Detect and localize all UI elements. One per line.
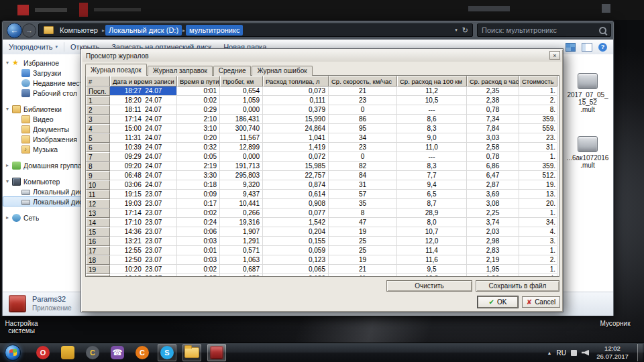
table-cell[interactable]: 3,69 xyxy=(467,190,519,199)
table-cell[interactable]: 12:55 23.07 xyxy=(110,246,177,255)
table-cell[interactable]: 03:06 24.07 xyxy=(110,180,177,190)
table-cell[interactable]: 3:30 xyxy=(177,171,220,180)
table-cell[interactable]: 1,063 xyxy=(220,255,263,265)
table-cell[interactable]: 2,38 xyxy=(467,96,519,105)
table-cell[interactable]: 0:02 xyxy=(177,96,220,105)
table-cell[interactable]: 0,654 xyxy=(220,86,263,96)
table-cell[interactable]: 19 xyxy=(329,227,397,237)
table-cell[interactable]: 11,567 xyxy=(220,133,263,143)
table-cell[interactable]: 18:20 24.07 xyxy=(110,96,177,105)
table-cell[interactable]: 9,4 xyxy=(397,180,467,190)
row-header[interactable]: 20 xyxy=(86,274,110,277)
start-button[interactable] xyxy=(5,345,21,361)
table-cell[interactable]: 0,059 xyxy=(263,246,329,255)
save-to-file-button[interactable]: Сохранить в файл xyxy=(476,280,559,292)
table-cell[interactable]: 84 xyxy=(329,171,397,180)
sidebar-item[interactable]: Загрузки xyxy=(3,68,83,78)
table-cell[interactable]: 2,98 xyxy=(467,237,519,246)
table-cell[interactable]: 10,7 xyxy=(397,227,467,237)
table-cell[interactable]: 9,320 xyxy=(220,180,263,190)
table-cell[interactable]: 1,907 xyxy=(220,227,263,237)
language-indicator[interactable]: RU xyxy=(557,349,566,357)
table-cell[interactable]: 8,6 xyxy=(397,115,467,124)
table-cell[interactable]: 0,204 xyxy=(263,227,329,237)
table-cell[interactable]: 1,86 xyxy=(467,274,519,277)
table-cell[interactable]: 8,0 xyxy=(397,218,467,227)
table-cell[interactable]: --- xyxy=(397,105,467,115)
desktop-icon-label-settings[interactable]: Настройка системы xyxy=(0,320,43,335)
table-cell[interactable]: 0,073 xyxy=(263,86,329,96)
table-cell[interactable]: 19,316 xyxy=(220,218,263,227)
row-header[interactable]: 17 xyxy=(86,246,110,255)
row-header[interactable]: 15 xyxy=(86,227,110,237)
sidebar-item[interactable]: ▾ Библиотеки xyxy=(3,104,83,114)
table-cell[interactable]: 2:19 xyxy=(177,162,220,171)
table-cell[interactable]: 0,000 xyxy=(220,105,263,115)
table-cell[interactable]: 11,2 xyxy=(397,86,467,96)
table-cell[interactable]: 24,864 xyxy=(263,124,329,133)
table-cell[interactable]: 17:10 23.07 xyxy=(110,218,177,227)
table-cell[interactable]: 10,441 xyxy=(220,199,263,208)
row-header[interactable]: 6 xyxy=(86,143,110,152)
taskbar-icon[interactable]: S xyxy=(158,344,176,361)
row-header[interactable]: 11 xyxy=(86,190,110,199)
table-cell[interactable]: 47 xyxy=(329,218,397,227)
table-cell[interactable]: 9,0 xyxy=(397,133,467,143)
table-cell[interactable]: 1. xyxy=(519,152,557,162)
breadcrumb-computer[interactable]: Компьютер xyxy=(56,25,101,36)
column-header[interactable]: Время в пути xyxy=(177,76,220,86)
table-cell[interactable]: 3,08 xyxy=(467,199,519,208)
table-cell[interactable]: 19:15 23.07 xyxy=(110,190,177,199)
table-cell[interactable]: 20. xyxy=(519,199,557,208)
row-header[interactable]: 10 xyxy=(86,180,110,190)
dialog-close-button[interactable]: × xyxy=(549,51,560,60)
column-header[interactable]: Расход топлива, л xyxy=(263,76,329,86)
expander-icon[interactable]: ▸ xyxy=(6,215,12,221)
column-header[interactable]: Ср. расход на 100 км xyxy=(397,76,467,86)
table-cell[interactable]: 95 xyxy=(329,124,397,133)
breadcrumb-folder[interactable]: мультитроникс xyxy=(186,25,243,36)
table-cell[interactable]: 17:14 23.07 xyxy=(110,208,177,218)
table-cell[interactable]: 0:29 xyxy=(177,105,220,115)
table-cell[interactable]: 0,000 xyxy=(220,152,263,162)
file-item[interactable]: 2017_07_05_15_52 .mult xyxy=(566,73,610,113)
table-cell[interactable]: 17:14 24.07 xyxy=(110,115,177,124)
volume-icon[interactable] xyxy=(582,350,589,356)
table-cell[interactable]: 15:00 24.07 xyxy=(110,124,177,133)
table-cell[interactable]: 295,803 xyxy=(220,171,263,180)
sidebar-item[interactable]: ▸ Домашняя группа xyxy=(3,160,83,170)
table-cell[interactable]: 2,35 xyxy=(467,86,519,96)
table-cell[interactable]: 0:18 xyxy=(177,180,220,190)
sidebar-item[interactable]: Музыка xyxy=(3,144,83,154)
table-cell[interactable]: 1. xyxy=(519,265,557,274)
column-header[interactable]: Ср. скорость, км/час xyxy=(329,76,397,86)
table-cell[interactable]: 3. xyxy=(519,237,557,246)
refresh-icon[interactable]: ↻ xyxy=(462,26,468,35)
table-cell[interactable]: 512. xyxy=(519,171,557,180)
table-cell[interactable]: 82 xyxy=(329,162,397,171)
change-view-icon[interactable] xyxy=(566,43,576,52)
row-header[interactable]: 19 xyxy=(86,265,110,274)
dialog-titlebar[interactable]: Просмотр журналов xyxy=(83,50,561,62)
table-cell[interactable]: 09:29 24.07 xyxy=(110,152,177,162)
table-cell[interactable]: 23 xyxy=(329,96,397,105)
table-cell[interactable]: 13:21 23.07 xyxy=(110,237,177,246)
table-cell[interactable]: 12,899 xyxy=(220,143,263,152)
table-cell[interactable]: 2,19 xyxy=(467,255,519,265)
tab[interactable]: Журнал поездок xyxy=(85,64,147,76)
tray-expand-icon[interactable]: ▲ xyxy=(547,351,552,355)
table-cell[interactable]: 10:20 23.07 xyxy=(110,265,177,274)
table-cell[interactable]: 8,3 xyxy=(397,162,467,171)
table-cell[interactable]: 9,5 xyxy=(397,265,467,274)
table-cell[interactable]: 14:36 23.07 xyxy=(110,227,177,237)
table-cell[interactable]: 11,0 xyxy=(397,143,467,152)
table-cell[interactable]: 09:20 24.07 xyxy=(110,162,177,171)
table-cell[interactable]: 0,78 xyxy=(467,105,519,115)
table-cell[interactable]: 0:09 xyxy=(177,190,220,199)
table-cell[interactable]: 559. xyxy=(519,124,557,133)
table-cell[interactable]: 0,123 xyxy=(263,255,329,265)
table-cell[interactable]: 11:31 24.07 xyxy=(110,133,177,143)
desktop-icon-label-trash[interactable]: Мусорник xyxy=(594,320,636,327)
address-bar[interactable]: Компьютер ▸ Локальный диск (D:) ▸ мульти… xyxy=(38,23,473,37)
table-cell[interactable]: --- xyxy=(397,152,467,162)
